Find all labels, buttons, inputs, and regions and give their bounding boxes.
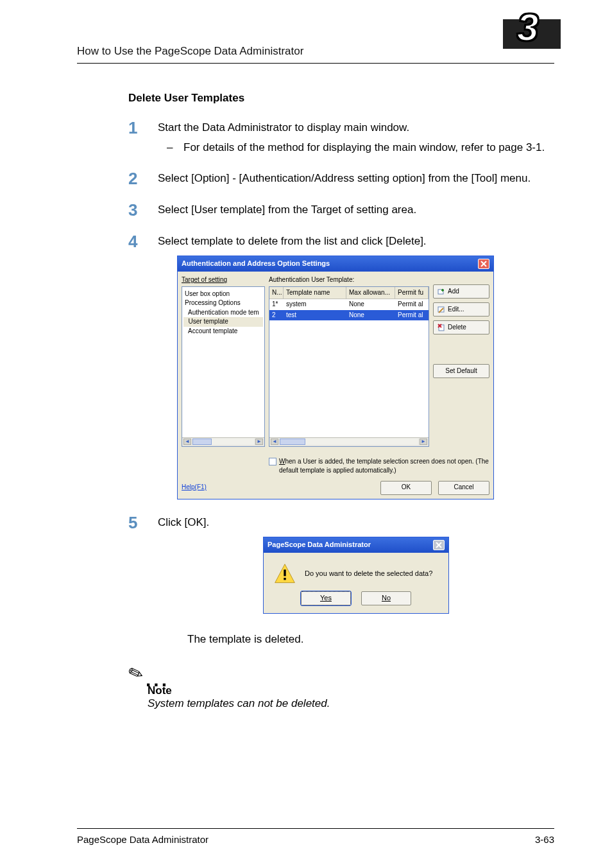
close-icon[interactable] [478,259,489,269]
scroll-right-icon[interactable]: ► [255,438,263,445]
scroll-left-icon[interactable]: ◄ [183,438,191,445]
dialog-title: Authentication and Address Option Settin… [182,259,330,269]
step-text: Select template to delete from the list … [158,235,427,247]
table-caption: Authentication User Template: [269,275,429,285]
table-header[interactable]: N... [269,287,284,299]
no-button[interactable]: No [361,591,411,605]
table-header[interactable]: Permit fu [395,287,429,299]
result-text: The template is deleted. [187,632,554,648]
target-tree[interactable]: User box option Processing Options Authe… [182,286,265,447]
table-row[interactable]: 1* system None Permit al [269,299,429,310]
dialog-titlebar[interactable]: PageScope Data Administrator [264,537,448,553]
ok-button[interactable]: OK [380,481,432,495]
confirm-message: Do you want to delete the selected data? [305,569,432,579]
yes-button[interactable]: Yes [301,591,351,605]
confirm-delete-dialog: PageScope Data Administrator Do you want… [263,537,449,614]
table-header[interactable]: Template name [284,287,346,299]
templates-table[interactable]: N... Template name Max allowan... Permit… [269,286,429,447]
add-icon [438,288,445,295]
svg-rect-5 [284,578,285,580]
scroll-right-icon[interactable]: ► [420,438,427,445]
auto-apply-label: When a User is added, the template selec… [279,457,489,476]
step-text: Click [OK]. [158,516,209,528]
step-text: Start the Data Administrator to display … [158,121,409,134]
edit-icon [438,306,445,313]
tree-item[interactable]: Processing Options [183,299,263,308]
set-default-button[interactable]: Set Default [433,364,489,378]
tree-item[interactable]: Account template [183,327,263,336]
chapter-number: 3 [517,5,538,49]
delete-icon [438,324,445,331]
delete-button[interactable]: Delete [433,320,489,334]
step-number: 1 [128,116,137,141]
horizontal-scrollbar[interactable]: ◄ ► [182,437,264,446]
cancel-button[interactable]: Cancel [438,481,489,495]
page-header-title: How to Use the PageScope Data Administra… [77,45,303,58]
table-row-selected[interactable]: 2 test None Permit al [269,310,429,321]
scroll-left-icon[interactable]: ◄ [271,438,278,445]
target-of-setting-label: TTarget of settingarget of setting [182,275,227,285]
step-text: Select [Option] - [Authentication/Addres… [158,172,531,184]
note-heading: Note [148,684,554,697]
tree-item[interactable]: User box option [183,290,263,299]
tree-item[interactable]: Authentication mode tem [183,308,263,318]
edit-button[interactable]: Edit... [433,302,489,317]
section-title: Delete User Templates [128,92,554,105]
close-icon[interactable] [433,540,445,550]
step-number: 4 [128,230,137,254]
step-text: Select [User template] from the Target o… [158,204,416,216]
horizontal-scrollbar[interactable]: ◄ ► [269,437,429,446]
step-number: 2 [128,167,137,191]
dialog-title: PageScope Data Administrator [268,540,371,550]
step-number: 5 [128,511,137,535]
note-body: System templates can not be deleted. [148,697,554,710]
warning-icon [274,563,296,585]
dialog-titlebar[interactable]: Authentication and Address Option Settin… [178,256,493,272]
note-icon: ✎ ... [128,663,554,684]
table-header[interactable]: Max allowan... [346,287,395,299]
step-subtext: For details of the method for displaying… [158,140,554,156]
help-link[interactable]: Help(F1) [182,483,207,492]
add-button[interactable]: Add [433,284,489,299]
tree-item-selected[interactable]: User template [183,317,263,327]
pencil-icon: ✎ [125,661,146,686]
step-number: 3 [128,198,137,223]
chapter-badge: 3 [516,19,554,58]
auto-apply-checkbox[interactable] [269,458,276,465]
footer-left: PageScope Data Administrator [77,834,208,845]
svg-rect-4 [284,570,285,577]
footer-page-number: 3-63 [535,834,554,845]
auth-address-options-dialog: Authentication and Address Option Settin… [177,256,494,499]
